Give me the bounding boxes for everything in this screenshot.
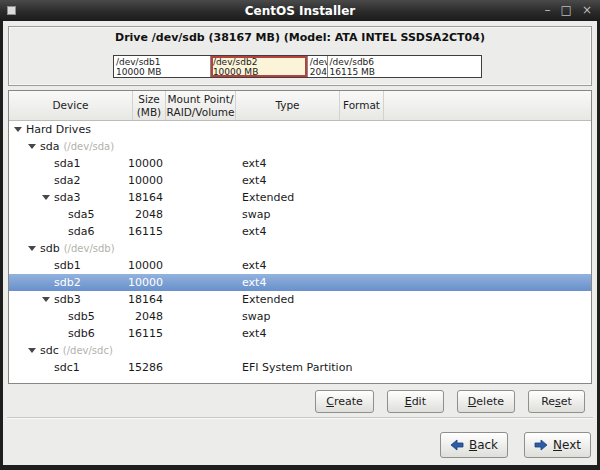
partition-table: Device Size (MB) Mount Point/ RAID/Volum… [8,90,592,384]
device-label: sdc [40,344,59,357]
segment-size: 2048 MB [310,67,325,77]
device-label: sda [40,140,59,153]
table-row-sda[interactable]: sda(/dev/sda) [9,138,591,155]
drive-title: Drive /dev/sdb (38167 MB) (Model: ATA IN… [9,31,591,44]
expander-icon[interactable] [42,297,50,302]
reset-button[interactable]: Reset [528,390,585,413]
partition-segment-sdb1[interactable]: /dev/sdb110000 MB [114,56,211,77]
column-header-type[interactable]: Type [236,91,340,120]
expander-box [27,246,40,251]
next-button[interactable]: Next [524,432,591,458]
installer-content: Drive /dev/sdb (38167 MB) (Model: ATA IN… [3,21,597,465]
table-row-sda1[interactable]: sda110000ext4 [9,155,591,172]
device-label: sdb2 [54,276,81,289]
type-cell: ext4 [236,276,340,289]
drive-panel: Drive /dev/sdb (38167 MB) (Model: ATA IN… [8,26,592,86]
expander-icon[interactable] [14,127,22,132]
partition-segment-sdb5[interactable]: /dev/sdb52048 MB [308,56,328,77]
device-label: sdb5 [68,310,95,323]
expander-icon[interactable] [28,348,36,353]
segment-size: 10000 MB [213,67,305,77]
partition-action-buttons: CreateEditDeleteReset [315,390,585,413]
type-cell: ext4 [236,327,340,340]
size-cell: 18164 [119,293,166,306]
size-cell: 10000 [119,174,166,187]
expander-icon[interactable] [42,195,50,200]
segment-label: /dev/sdb5 [310,57,325,67]
device-cell: sda5 [9,208,119,221]
table-row-sdc[interactable]: sdc(/dev/sdc) [9,342,591,359]
table-row-sdb6[interactable]: sdb616115ext4 [9,325,591,342]
table-row-sdb[interactable]: sdb(/dev/sdb) [9,240,591,257]
minimize-button[interactable]: – [545,1,551,20]
device-cell: sda(/dev/sda) [9,140,119,153]
type-cell: ext4 [236,157,340,170]
table-row-sdb5[interactable]: sdb52048swap [9,308,591,325]
column-header-format[interactable]: Format [340,91,384,120]
device-cell: sdc1 [9,361,119,374]
expander-box [41,195,54,200]
device-cell: sdb(/dev/sdb) [9,242,119,255]
expander-box [27,144,40,149]
column-header-size[interactable]: Size (MB) [133,91,166,120]
table-row-sda2[interactable]: sda210000ext4 [9,172,591,189]
segment-label: /dev/sdb6 [330,57,479,67]
device-label: sdb [40,242,60,255]
segment-size: 16115 MB [330,67,479,77]
maximize-button[interactable]: □ [561,1,572,20]
create-button[interactable]: Create [315,390,374,413]
size-cell: 10000 [119,259,166,272]
type-cell: Extended [236,293,340,306]
size-cell: 2048 [119,310,166,323]
next-arrow-icon [534,439,548,451]
size-cell: 10000 [119,276,166,289]
device-label: sda2 [54,174,80,187]
next-button-label: Next [553,438,581,452]
column-header-mount-point[interactable]: Mount Point/ RAID/Volume [166,91,236,120]
device-cell: sda1 [9,157,119,170]
table-header: Device Size (MB) Mount Point/ RAID/Volum… [9,91,591,121]
table-row-sda6[interactable]: sda616115ext4 [9,223,591,240]
titlebar: CentOS Installer – □ × [0,0,600,21]
device-label: sdb3 [54,293,81,306]
partition-bar: /dev/sdb110000 MB/dev/sdb210000 MB/dev/s… [113,55,482,78]
window-icon [7,6,16,15]
column-header-device[interactable]: Device [9,91,133,120]
device-label: Hard Drives [26,123,91,136]
segment-size: 10000 MB [116,67,208,77]
delete-button[interactable]: Delete [457,390,515,413]
edit-button[interactable]: Edit [387,390,444,413]
device-label: sda5 [68,208,94,221]
device-cell: sdc(/dev/sdc) [9,344,119,357]
expander-icon[interactable] [28,144,36,149]
table-row-hard-drives[interactable]: Hard Drives [9,121,591,138]
table-row-sda5[interactable]: sda52048swap [9,206,591,223]
size-cell: 10000 [119,157,166,170]
separator [7,417,593,419]
partition-segment-sdb6[interactable]: /dev/sdb616115 MB [328,56,481,77]
expander-icon[interactable] [28,246,36,251]
type-cell: EFI System Partition [236,361,340,374]
size-cell: 15286 [119,361,166,374]
table-row-sda3[interactable]: sda318164Extended [9,189,591,206]
table-row-sdb2[interactable]: sdb210000ext4 [9,274,591,291]
device-path-label: (/dev/sdb) [64,243,115,254]
type-cell: swap [236,208,340,221]
device-path-label: (/dev/sdc) [63,345,113,356]
type-cell: ext4 [236,174,340,187]
device-cell: sda6 [9,225,119,238]
type-cell: ext4 [236,259,340,272]
size-cell: 16115 [119,327,166,340]
close-button[interactable]: × [582,1,592,20]
device-label: sdb1 [54,259,81,272]
device-cell: Hard Drives [9,123,119,136]
table-row-sdc1[interactable]: sdc115286EFI System Partition [9,359,591,376]
device-label: sda6 [68,225,94,238]
device-label: sda3 [54,191,80,204]
device-cell: sdb2 [9,276,119,289]
back-button[interactable]: Back [440,432,508,458]
table-row-sdb1[interactable]: sdb110000ext4 [9,257,591,274]
table-row-sdb3[interactable]: sdb318164Extended [9,291,591,308]
type-cell: ext4 [236,225,340,238]
partition-segment-sdb2[interactable]: /dev/sdb210000 MB [211,56,308,77]
